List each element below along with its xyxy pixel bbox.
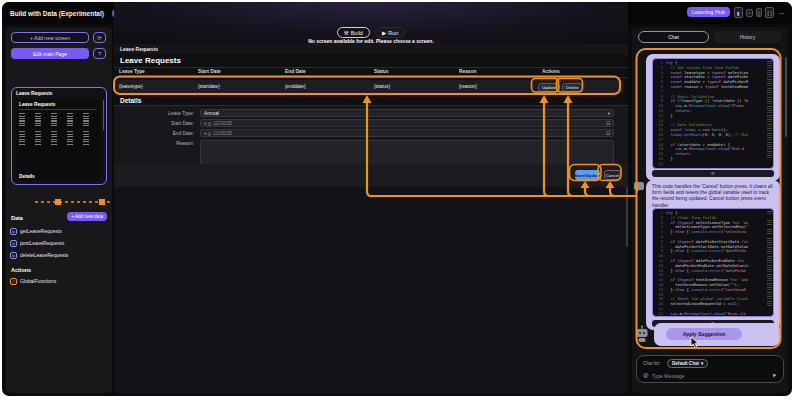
thumbnail-table	[19, 113, 97, 145]
chat-panel: Chat History 1try {2 // Get values from …	[632, 27, 788, 393]
screen-thumbnail[interactable]: Leave Requests Details	[16, 99, 100, 181]
regenerate-icon[interactable]: ⟳	[711, 171, 715, 176]
leave-type-select[interactable]: Annual ▾	[200, 109, 614, 117]
sidebar-data-item[interactable]: ⧉deleteLeaveRequests	[6, 249, 112, 261]
table-header-cell: End Date	[285, 69, 306, 74]
table-row[interactable]: Update Delete {leavetype}{startdate}{end…	[115, 80, 623, 94]
table-header-cell: Reason	[459, 69, 476, 74]
learning-hub-button[interactable]: Learning Hub	[687, 7, 730, 17]
tablet-view-icon[interactable]: ▫	[746, 9, 753, 17]
api-icon: ⧉	[10, 228, 17, 235]
table-row-cell: {reason}	[459, 84, 477, 89]
mention-icon[interactable]: @	[643, 372, 649, 378]
sidebar-data-item[interactable]: ⧉getLeaveRequests	[6, 225, 112, 237]
reason-label: Reason:	[114, 141, 194, 146]
chat-scrollbar[interactable]	[785, 57, 787, 137]
code-action-bar[interactable]: ⟳	[652, 170, 774, 177]
function-icon: ƒ	[10, 278, 17, 285]
canvas-scrollbar[interactable]	[626, 187, 628, 247]
chat-selector[interactable]: Default Chat▾	[667, 359, 708, 368]
chevron-down-icon: ▾	[701, 361, 703, 366]
actions-list: ƒGlobalFunctions	[6, 275, 112, 287]
table-header-cell: Actions	[542, 69, 560, 74]
help-icon[interactable]: ?	[93, 48, 106, 59]
start-date-input[interactable]: e.g. 12/30/25 ☷	[200, 119, 614, 127]
data-list: ⧉getLeaveRequests⧉postLeaveRequests⧉dele…	[6, 225, 112, 261]
table-row-cell: {status}	[374, 84, 390, 89]
row-update-button[interactable]: Update	[538, 83, 560, 92]
code-lines-2: 1try {2 // Clear form fields3 if (typeof…	[653, 209, 773, 317]
save-update-button[interactable]: Save/Update	[575, 170, 600, 180]
thumbnail-scrollbar[interactable]	[103, 100, 105, 130]
fullscreen-icon[interactable]: [ ]	[765, 7, 774, 18]
assistant-chat-bubble-icon	[634, 182, 644, 190]
build-button[interactable]: ⚒Build	[337, 27, 370, 38]
end-date-label: End Date:	[114, 131, 194, 136]
apply-suggestion-container: Apply Suggestion	[654, 323, 780, 346]
robot-icon	[635, 325, 649, 343]
table-header-cell: Status	[374, 69, 389, 74]
calendar-icon[interactable]: ☷	[606, 131, 610, 136]
chat-message-code-2: This code handles the 'Cancel' button pr…	[646, 180, 780, 330]
sidebar-data-item[interactable]: ⧉postLeaveRequests	[6, 237, 112, 249]
send-icon[interactable]: ➤	[772, 371, 778, 378]
api-icon: ⧉	[10, 240, 17, 247]
view-controls: ▮ ▫ ▯ [ ] —	[734, 7, 786, 18]
refresh-screens-icon[interactable]: ⟳	[93, 32, 106, 43]
data-section-header: Data	[11, 215, 23, 221]
screen-breadcrumb: Leave Requests	[114, 44, 628, 54]
assistant-message-text: This code handles the 'Cancel' button pr…	[652, 184, 774, 209]
minimize-icon[interactable]: —	[777, 7, 786, 18]
desktop-view-icon[interactable]: ▮	[734, 7, 743, 18]
chevron-down-icon: ▾	[608, 111, 610, 116]
actions-section-header: Actions	[11, 267, 31, 273]
mobile-view-icon[interactable]: ▯	[756, 8, 762, 17]
chat-input-container: Chat for: Default Chat▾ @ Type Message ➤	[636, 355, 784, 383]
cursor-icon	[690, 337, 700, 349]
design-canvas: Leave Requests Leave Requests Leave Type…	[114, 44, 628, 393]
message-input[interactable]: Type Message	[652, 373, 685, 379]
form-button-strip: Save/Update Cancel	[114, 164, 628, 187]
table-row-cell: {startdate}	[198, 84, 220, 89]
screen-tree-panel[interactable]: Leave Requests Leave Requests Details	[11, 87, 107, 185]
row-delete-button[interactable]: Delete	[562, 83, 583, 92]
table-header-cell: Leave Type	[119, 69, 145, 74]
app-title: Build with Data (Experimental)	[10, 10, 104, 17]
calendar-icon[interactable]: ☷	[606, 121, 610, 126]
code-minimap	[767, 61, 772, 159]
page-title: Leave Requests	[120, 56, 181, 65]
cancel-button[interactable]: Cancel	[604, 170, 621, 180]
details-title: Details	[120, 97, 141, 104]
thumbnail-title: Leave Requests	[19, 102, 97, 110]
chat-for-label: Chat for:	[643, 361, 661, 366]
add-new-data-button[interactable]: + Add new data	[67, 212, 107, 221]
build-icon: ⚒	[344, 30, 349, 36]
app-window: Build with Data (Experimental) ⟳Reset th…	[2, 2, 792, 396]
sidebar-action-item[interactable]: ƒGlobalFunctions	[6, 275, 112, 287]
thumbnail-details-label: Details	[19, 174, 35, 179]
canvas-header-area: ⚒Build ▶Run No screen available for edit…	[114, 2, 628, 44]
leave-type-label: Leave Type:	[114, 111, 194, 116]
table-header-cell: Start Date	[198, 69, 221, 74]
empty-canvas-area	[114, 187, 628, 393]
left-sidebar: + Add new screen ⟳ Edit main Page ? Leav…	[6, 27, 112, 393]
screen-tree-title: Leave Requests	[12, 88, 106, 96]
table-header-row: Leave TypeStart DateEnd DateStatusReason…	[114, 68, 628, 77]
table-row-cell: {enddate}	[285, 84, 306, 89]
code-lines-1: 1try {2 // Get values from form fields3 …	[653, 59, 773, 167]
code-block-1[interactable]: 1try {2 // Get values from form fields3 …	[652, 58, 774, 169]
table-row-cell: {leavetype}	[119, 84, 143, 89]
play-icon: ▶	[382, 30, 386, 36]
add-new-screen-button[interactable]: + Add new screen	[11, 32, 89, 43]
edit-main-page-button[interactable]: Edit main Page	[11, 48, 89, 59]
chat-message-code-1: 1try {2 // Get values from form fields3 …	[646, 54, 780, 181]
code-block-2[interactable]: 1try {2 // Clear form fields3 if (typeof…	[652, 208, 774, 317]
run-button[interactable]: ▶Run	[375, 27, 405, 38]
end-date-input[interactable]: e.g. 12/30/25 ☷	[200, 129, 614, 137]
tab-chat[interactable]: Chat	[638, 31, 709, 43]
api-icon: ⧉	[10, 252, 17, 259]
code-minimap	[767, 211, 772, 307]
tab-history[interactable]: History	[713, 31, 782, 43]
start-date-label: Start Date:	[114, 121, 194, 126]
apply-suggestion-button[interactable]: Apply Suggestion	[666, 328, 742, 340]
